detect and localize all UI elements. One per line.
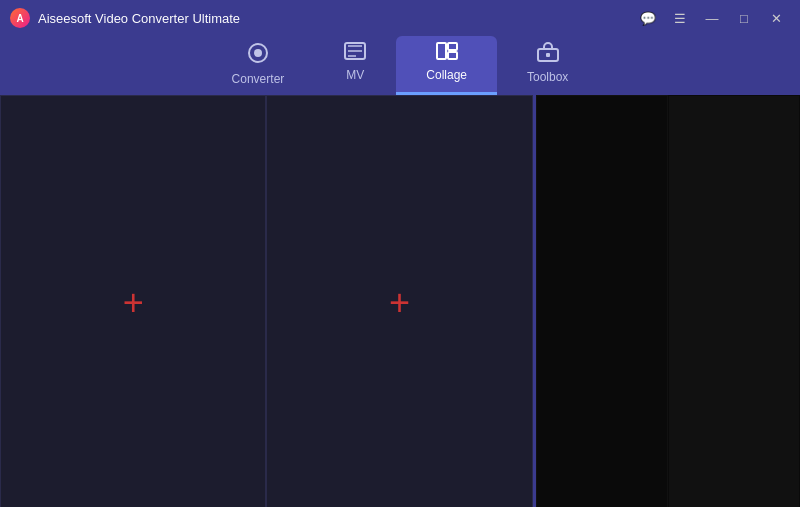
tab-toolbox-label: Toolbox: [527, 70, 568, 84]
tab-converter[interactable]: Converter: [202, 36, 315, 95]
converter-icon: [247, 42, 269, 69]
toolbox-icon: [537, 42, 559, 67]
preview-pane-1: [536, 95, 668, 507]
preview-pane-2: [668, 95, 800, 507]
title-bar: A Aiseesoft Video Converter Ultimate 💬 ☰…: [0, 0, 800, 36]
svg-point-1: [254, 49, 262, 57]
mv-icon: [344, 42, 366, 65]
tab-collage-label: Collage: [426, 68, 467, 82]
tab-mv-label: MV: [346, 68, 364, 82]
preview-area: [536, 95, 800, 507]
add-icon-left: +: [123, 285, 144, 321]
video-panel-right[interactable]: +: [266, 95, 532, 507]
close-button[interactable]: ✕: [762, 8, 790, 28]
svg-rect-3: [437, 43, 446, 59]
add-icon-right: +: [389, 285, 410, 321]
app-logo: A: [10, 8, 30, 28]
tab-toolbox[interactable]: Toolbox: [497, 36, 598, 95]
preview-top-row: [536, 95, 800, 507]
svg-rect-4: [448, 43, 457, 50]
title-bar-controls[interactable]: 💬 ☰ — □ ✕: [634, 8, 790, 28]
tab-converter-label: Converter: [232, 72, 285, 86]
maximize-button[interactable]: □: [730, 8, 758, 28]
main-area: + +: [0, 95, 800, 507]
video-panels: + +: [0, 95, 800, 507]
svg-rect-5: [448, 52, 457, 59]
menu-button[interactable]: ☰: [666, 8, 694, 28]
nav-tabs: Converter MV Collage Toolb: [0, 36, 800, 95]
app-title: Aiseesoft Video Converter Ultimate: [38, 11, 240, 26]
tab-mv[interactable]: MV: [314, 36, 396, 95]
title-bar-left: A Aiseesoft Video Converter Ultimate: [10, 8, 240, 28]
minimize-button[interactable]: —: [698, 8, 726, 28]
collage-icon: [436, 42, 458, 65]
svg-rect-7: [546, 53, 550, 57]
tab-collage[interactable]: Collage: [396, 36, 497, 95]
chat-button[interactable]: 💬: [634, 8, 662, 28]
video-panel-left[interactable]: +: [0, 95, 266, 507]
